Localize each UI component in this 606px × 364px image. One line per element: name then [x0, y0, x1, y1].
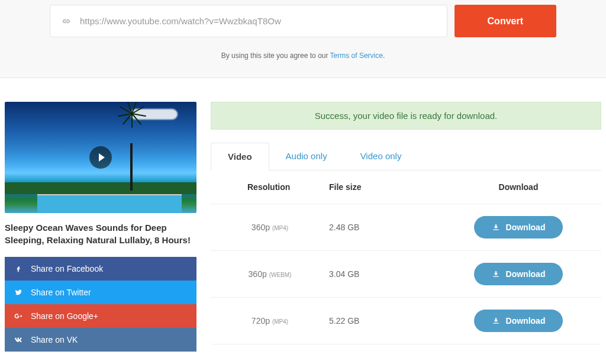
terms-suffix: . [383, 51, 385, 60]
download-cell: Download [436, 310, 601, 332]
share-facebook-button[interactable]: Share on Facebook [5, 257, 196, 281]
right-column: Success, your video file is ready for do… [211, 102, 601, 352]
tab-video-only[interactable]: Video only [344, 143, 418, 170]
table-header: Resolution File size Download [211, 170, 601, 204]
download-button[interactable]: Download [474, 216, 563, 239]
pool-decoration [37, 194, 182, 213]
resolution-cell: 720p (MP4) [211, 316, 329, 326]
tab-video[interactable]: Video [211, 143, 269, 170]
main-content: Sleepy Ocean Waves Sounds for Deep Sleep… [0, 78, 606, 352]
table-row: 360p (WEBM)3.04 GBDownload [211, 251, 601, 298]
table-body: 360p (MP4)2.48 GBDownload360p (WEBM)3.04… [211, 204, 601, 344]
share-vk-button[interactable]: Share on VK [5, 328, 196, 352]
video-title: Sleepy Ocean Waves Sounds for Deep Sleep… [5, 221, 196, 246]
facebook-icon [14, 265, 22, 273]
table-row: 360p (MP4)2.48 GBDownload [211, 204, 601, 251]
resolution-cell: 360p (MP4) [211, 223, 329, 232]
google-plus-icon [14, 312, 22, 320]
download-cell: Download [436, 216, 601, 239]
url-input[interactable] [80, 16, 435, 26]
header-section: Convert By using this site you agree to … [0, 0, 606, 78]
resolution-cell: 360p (WEBM) [211, 269, 329, 279]
table-row: 720p (MP4)5.22 GBDownload [211, 298, 601, 344]
header-filesize: File size [329, 170, 436, 204]
input-row: Convert [0, 0, 606, 37]
url-input-wrap [50, 5, 447, 37]
download-cell: Download [436, 263, 601, 285]
terms-prefix: By using this site you agree to our [221, 51, 330, 60]
link-icon [62, 17, 70, 25]
twitter-icon [14, 288, 22, 297]
share-twitter-label: Share on Twitter [31, 288, 91, 297]
header-resolution: Resolution [211, 170, 329, 204]
terms-link[interactable]: Terms of Service [330, 51, 383, 60]
download-label: Download [506, 316, 546, 326]
success-message: Success, your video file is ready for do… [211, 102, 601, 130]
download-button[interactable]: Download [474, 263, 563, 285]
download-icon [492, 270, 500, 278]
convert-button[interactable]: Convert [454, 5, 556, 37]
terms-text: By using this site you agree to our Term… [0, 51, 606, 60]
download-icon [492, 317, 500, 325]
download-button[interactable]: Download [474, 310, 563, 332]
share-vk-label: Share on VK [31, 335, 78, 344]
filesize-cell: 5.22 GB [329, 316, 436, 326]
play-icon[interactable] [89, 146, 112, 169]
hedge-decoration [5, 182, 196, 194]
download-icon [492, 223, 500, 231]
download-label: Download [506, 269, 546, 279]
filesize-cell: 2.48 GB [329, 223, 436, 232]
left-column: Sleepy Ocean Waves Sounds for Deep Sleep… [0, 102, 196, 352]
tabs: Video Audio only Video only [211, 143, 601, 170]
palm-decoration [120, 114, 143, 191]
share-google-label: Share on Google+ [31, 311, 98, 321]
share-twitter-button[interactable]: Share on Twitter [5, 281, 196, 304]
video-thumbnail[interactable] [5, 102, 196, 213]
share-facebook-label: Share on Facebook [31, 264, 103, 273]
tab-audio-only[interactable]: Audio only [269, 143, 344, 170]
vk-icon [14, 336, 22, 344]
filesize-cell: 3.04 GB [329, 269, 436, 279]
download-label: Download [506, 223, 546, 232]
header-download: Download [436, 170, 601, 204]
share-google-button[interactable]: Share on Google+ [5, 304, 196, 328]
